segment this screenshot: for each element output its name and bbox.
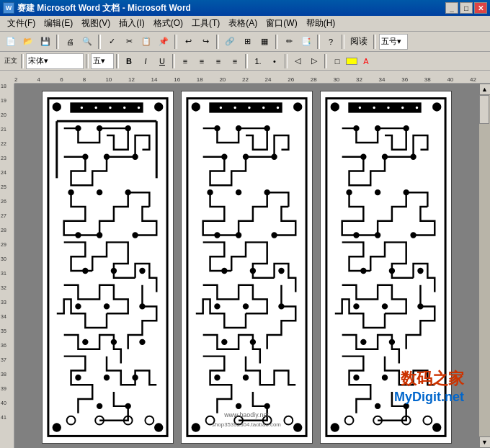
tb-numbering[interactable]: 1.	[250, 53, 266, 69]
close-button[interactable]: ✕	[474, 2, 487, 14]
svg-point-72	[264, 404, 269, 408]
minimize-button[interactable]: _	[445, 2, 458, 14]
document-area[interactable]: www.haodiy.net shop35392304.taobao.com	[14, 84, 478, 448]
maximize-button[interactable]: □	[460, 2, 473, 14]
svg-point-9	[125, 126, 130, 130]
svg-point-62	[250, 269, 254, 273]
tb-border[interactable]: □	[329, 53, 345, 69]
app-icon: W	[3, 2, 14, 14]
tb-hyperlink[interactable]: 🔗	[222, 34, 238, 50]
svg-point-6	[155, 424, 162, 431]
menu-tools[interactable]: 工具(T)	[187, 16, 224, 31]
read-label: 阅读	[347, 35, 370, 48]
svg-point-8	[97, 126, 102, 130]
tb-format-icon1[interactable]: 正文	[3, 53, 19, 69]
svg-point-71	[236, 404, 241, 408]
svg-rect-85	[321, 93, 451, 442]
tb-fsep6	[285, 54, 288, 68]
svg-point-64	[215, 304, 219, 308]
svg-point-42	[136, 105, 141, 109]
tb-draw[interactable]: ✏	[281, 34, 297, 50]
font-size-dropdown[interactable]: 五号▾	[379, 34, 408, 50]
tb-print[interactable]: 🖨	[62, 34, 78, 50]
title-bar: W 赛建 Microsoft Word 文档 - Microsoft Word …	[0, 0, 490, 16]
pcb-svg-1	[43, 91, 173, 443]
svg-point-38	[79, 105, 84, 109]
tb-help[interactable]: ?	[323, 34, 339, 50]
menu-insert[interactable]: 插入(I)	[115, 16, 148, 31]
svg-point-78	[218, 105, 223, 109]
svg-point-113	[375, 404, 380, 408]
menu-table[interactable]: 表格(A)	[224, 16, 262, 31]
font-size2-dropdown[interactable]: 五▾	[91, 53, 114, 69]
tb-redo[interactable]: ↪	[197, 34, 213, 50]
svg-point-57	[264, 190, 269, 194]
tb-align-center[interactable]: ≡	[194, 53, 210, 69]
svg-point-49	[215, 126, 219, 130]
svg-point-12	[133, 155, 137, 159]
svg-point-124	[414, 105, 419, 109]
svg-point-114	[404, 404, 408, 408]
menu-edit[interactable]: 编辑(E)	[40, 16, 77, 31]
tb-sep5	[275, 35, 278, 49]
svg-point-53	[244, 155, 248, 159]
tb-table[interactable]: ⊞	[239, 34, 255, 50]
menu-view[interactable]: 视图(V)	[77, 16, 115, 31]
menu-format[interactable]: 格式(O)	[149, 16, 187, 31]
toolbar-main: 📄 📂 💾 🖨 🔍 ✓ ✂ 📋 📌 ↩ ↪ 🔗 ⊞ ▦ ✏ 📑 ? 阅读 五号▾	[0, 32, 490, 52]
tb-fsep4	[172, 54, 175, 68]
tb-sep8	[373, 35, 376, 49]
tb-align-left[interactable]: ≡	[177, 53, 193, 69]
svg-point-22	[76, 304, 80, 308]
menu-help[interactable]: 帮助(H)	[302, 16, 340, 31]
scroll-down-button[interactable]: ▼	[479, 436, 491, 448]
scroll-track[interactable]	[479, 95, 490, 436]
svg-point-79	[233, 105, 237, 109]
tb-cols[interactable]: ▦	[257, 34, 272, 50]
svg-point-94	[361, 155, 365, 159]
menu-window[interactable]: 窗口(W)	[262, 16, 301, 31]
svg-point-50	[236, 126, 241, 130]
tb-paste[interactable]: 📌	[156, 34, 172, 50]
tb-indent-inc[interactable]: ▷	[306, 53, 322, 69]
svg-point-15	[125, 190, 130, 194]
tb-save[interactable]: 💾	[37, 34, 53, 50]
svg-point-28	[76, 375, 80, 380]
tb-italic[interactable]: I	[138, 53, 153, 69]
tb-bullets[interactable]: •	[267, 53, 282, 69]
font-name-dropdown[interactable]: 宋体▾	[26, 53, 84, 69]
svg-point-48	[294, 424, 301, 431]
scroll-thumb[interactable]	[479, 95, 489, 124]
page-area: www.haodiy.net shop35392304.taobao.com	[14, 84, 478, 448]
tb-indent-dec[interactable]: ◁	[290, 53, 306, 69]
tb-new[interactable]: 📄	[3, 34, 19, 50]
tb-open[interactable]: 📂	[20, 34, 36, 50]
tb-justify[interactable]: ≡	[227, 53, 243, 69]
svg-point-104	[389, 269, 393, 273]
tb-bold[interactable]: B	[121, 53, 137, 69]
svg-point-60	[272, 233, 276, 238]
tb-cut[interactable]: ✂	[121, 34, 137, 50]
scroll-up-button[interactable]: ▲	[479, 84, 491, 95]
tb-align-right[interactable]: ≡	[210, 53, 226, 69]
tb-copy[interactable]: 📋	[138, 34, 154, 50]
svg-point-25	[83, 340, 87, 344]
tb-highlight[interactable]	[346, 58, 357, 65]
svg-point-56	[236, 190, 241, 194]
svg-point-31	[97, 404, 102, 408]
tb-underline[interactable]: U	[154, 53, 170, 69]
svg-point-101	[375, 233, 380, 238]
menu-file[interactable]: 文件(F)	[3, 16, 40, 31]
svg-point-112	[383, 375, 387, 380]
svg-point-120	[357, 105, 362, 109]
tb-sep6	[317, 35, 320, 49]
tb-preview[interactable]: 🔍	[79, 34, 95, 50]
svg-point-40	[107, 105, 112, 109]
svg-point-29	[104, 375, 109, 380]
tb-spellcheck[interactable]: ✓	[104, 34, 120, 50]
vertical-scrollbar: ▲ ▼	[478, 84, 490, 448]
tb-undo[interactable]: ↩	[180, 34, 196, 50]
tb-docmap[interactable]: 📑	[298, 34, 314, 50]
svg-point-95	[383, 155, 387, 159]
tb-fontcolor[interactable]: A	[358, 53, 374, 69]
